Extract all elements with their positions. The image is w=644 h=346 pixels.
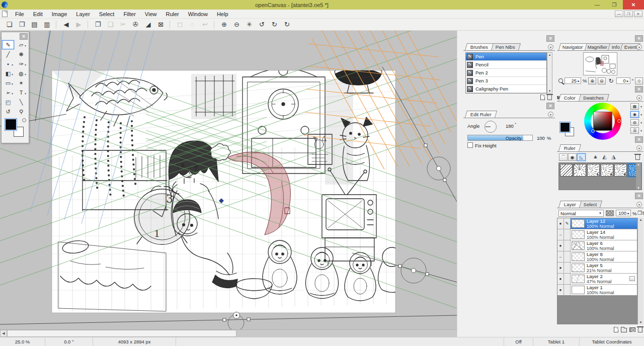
close-icon[interactable]: ✕ [635, 193, 643, 199]
layer-visibility-toggle[interactable]: ● [557, 285, 564, 295]
color-mode-sliders[interactable]: ☰▼ [630, 127, 642, 134]
rotation-value-box[interactable]: 0▶ [616, 77, 630, 84]
snap-toggle-icon[interactable]: ⌒ [559, 153, 568, 161]
ruler-preset[interactable] [574, 164, 586, 177]
menu-item[interactable]: Ruler [162, 10, 184, 19]
minimize-button[interactable]: — [589, 0, 606, 10]
toolbar-button[interactable]: ◢ [142, 20, 154, 30]
panel-tab[interactable]: Swatches [578, 94, 609, 101]
panel-tab[interactable]: Color [558, 94, 581, 101]
document-area[interactable]: 3 1 [0, 31, 457, 337]
toolbar-button[interactable]: ↻ [281, 20, 293, 30]
tool-button[interactable]: ◧▼ [2, 69, 14, 78]
ruler-preset[interactable]: 2 [601, 164, 613, 177]
panel-tab[interactable]: Pen Nibs [490, 43, 521, 50]
layer-pen-cell[interactable] [564, 274, 571, 284]
saturation-value-square[interactable] [593, 112, 612, 131]
layer-visibility-toggle[interactable]: ● [557, 274, 564, 284]
panel-tab[interactable]: Magnifier [584, 43, 611, 50]
close-button[interactable]: ✕ [623, 0, 644, 10]
toolbar-button[interactable]: ◌ [186, 20, 199, 30]
horizontal-scrollbar[interactable]: ◀ [0, 329, 457, 337]
toolbar-button[interactable]: ❒ [16, 20, 28, 30]
foreground-color-swatch[interactable] [560, 122, 570, 132]
color-mode-bar[interactable]: ▦▼ [630, 103, 642, 110]
panel-tab[interactable]: Select [578, 201, 602, 208]
ruler-handle-right-lower[interactable] [398, 258, 429, 283]
angle-dial[interactable] [485, 121, 497, 133]
layer-pen-cell[interactable] [564, 240, 571, 251]
delete-brush-icon[interactable] [547, 95, 552, 100]
panel-tab[interactable]: Edit Ruler [465, 111, 497, 118]
layer-menu-icon[interactable]: ≣ [642, 210, 644, 216]
layer-row[interactable]: – Layer 14 100% Normal [557, 229, 637, 240]
layer-scrollbar[interactable]: ▲▼ [637, 218, 643, 324]
delete-ruler-icon[interactable] [635, 155, 640, 160]
toolbar-button[interactable]: ◻ [174, 20, 186, 30]
toolbar-button[interactable]: ⊖ [230, 20, 243, 30]
close-icon[interactable]: ✕ [635, 86, 643, 93]
brush-item[interactable]: ✎ Pen 3 [466, 77, 546, 85]
close-icon[interactable]: ✕ [546, 35, 554, 42]
tool-button[interactable]: ⬩▼ [2, 59, 14, 68]
menu-item[interactable]: Select [95, 10, 119, 19]
lock-icon[interactable]: ❐ [637, 210, 642, 216]
sv-marker[interactable] [591, 129, 595, 133]
panel-menu-icon[interactable]: ▼ [636, 95, 642, 101]
tool-button[interactable]: ╱▼ [2, 50, 14, 59]
menu-item[interactable]: Layer [71, 10, 95, 19]
rotate-view-icon[interactable]: ↻ [607, 77, 615, 84]
spinner-icon[interactable]: ▶ [627, 212, 629, 215]
menu-item[interactable]: Image [47, 10, 72, 19]
tool-button[interactable]: ✑▼ [15, 59, 27, 68]
menu-item[interactable]: Filter [119, 10, 140, 19]
layer-row[interactable]: ● Layer 2 47% Normal [557, 274, 637, 285]
maximize-button[interactable]: ❐ [606, 0, 623, 10]
tool-button[interactable]: ❋▼ [15, 50, 27, 59]
spinner-icon[interactable]: ▶ [578, 79, 580, 82]
zoom-value-box[interactable]: 25▶ [565, 77, 581, 84]
toolbar-button[interactable]: ↻ [268, 20, 281, 30]
layer-pen-cell[interactable] [564, 285, 571, 295]
doc-minimize-button[interactable]: — [615, 11, 623, 17]
zoom-out-button[interactable]: ⊖ [598, 77, 606, 84]
brush-item[interactable]: ✎ Pen 2 [466, 69, 546, 77]
ruler-mode-toggle-icon[interactable]: ◺ [577, 153, 586, 161]
toolbar-button[interactable]: ✂ [117, 20, 129, 30]
scrollbar-thumb[interactable] [7, 330, 236, 337]
color-wheel[interactable] [584, 103, 621, 140]
tool-button[interactable]: T▼ [15, 88, 27, 97]
layer-thumb-icon[interactable] [606, 210, 614, 216]
toolbar-button[interactable]: ✳ [243, 20, 256, 30]
layer-row[interactable]: – Layer 8 100% Normal [557, 251, 637, 263]
panel-menu-icon[interactable]: ▼ [636, 44, 642, 50]
toolbar-button[interactable]: ❏ [3, 20, 16, 30]
toolbar-button[interactable]: ▶ [72, 20, 85, 30]
layer-pen-cell[interactable] [564, 251, 571, 262]
layer-visibility-toggle[interactable]: – [557, 251, 564, 262]
doc-restore-button[interactable]: ❐ [624, 11, 633, 17]
triangle-solid-icon[interactable]: ▲ [591, 153, 600, 159]
menu-item[interactable]: Help [212, 10, 233, 19]
tool-button[interactable]: ╲▼ [15, 98, 27, 107]
layer-visibility-toggle[interactable]: ● [557, 263, 564, 273]
navigator-thumbnail[interactable] [583, 52, 617, 75]
toolbar-button[interactable]: ▥ [41, 20, 53, 30]
tool-button[interactable]: ▭▼ [2, 78, 14, 88]
toolbar-button[interactable]: ⊠ [154, 20, 167, 30]
menu-item[interactable]: Edit [29, 10, 47, 19]
new-layer-folder-icon[interactable] [621, 328, 627, 332]
panel-tab[interactable]: Navigator [558, 43, 587, 50]
brush-item[interactable]: ✎ Pen [466, 53, 546, 61]
new-brush-icon[interactable] [540, 95, 545, 100]
toolbar-button[interactable]: ↩ [199, 20, 211, 30]
menu-item[interactable]: File [11, 10, 29, 19]
tool-button[interactable]: ⚲▼ [15, 107, 27, 116]
foreground-color-swatch[interactable] [5, 119, 17, 130]
ruler-preset[interactable]: 3 [614, 164, 627, 177]
blend-mode-select[interactable]: Normal▼ [558, 210, 604, 217]
color-mode-ball[interactable]: ◍▼ [630, 119, 642, 126]
ruler-preset[interactable] [560, 164, 573, 177]
tool-button[interactable]: ✴▼ [15, 78, 27, 88]
panel-tab[interactable]: Ruler [558, 144, 581, 151]
